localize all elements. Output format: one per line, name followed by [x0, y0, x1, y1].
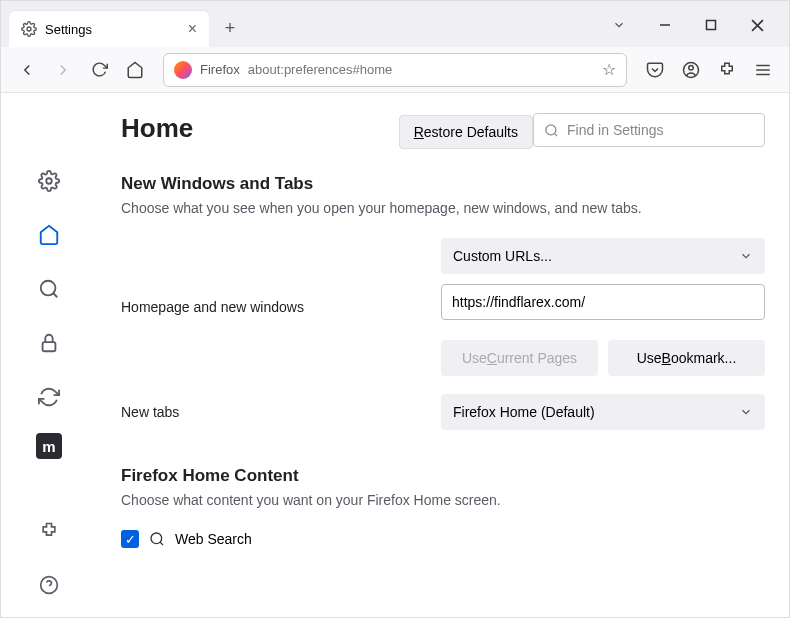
settings-sidebar: m — [1, 93, 97, 617]
sidebar-privacy[interactable] — [31, 325, 67, 361]
search-placeholder: Find in Settings — [567, 122, 664, 138]
section-new-windows-desc: Choose what you see when you open your h… — [121, 200, 765, 216]
svg-point-0 — [27, 27, 31, 31]
extensions-button[interactable] — [711, 54, 743, 86]
menu-button[interactable] — [747, 54, 779, 86]
navigation-toolbar: Firefox about:preferences#home ☆ — [1, 47, 789, 93]
homepage-url-input[interactable] — [441, 284, 765, 320]
svg-line-19 — [160, 542, 163, 545]
new-tab-button[interactable]: + — [215, 13, 245, 43]
tabs-dropdown-icon[interactable] — [605, 11, 633, 39]
settings-search[interactable]: Find in Settings — [533, 113, 765, 147]
settings-main: Find in Settings Restore Defaults Home N… — [97, 93, 789, 617]
url-bar[interactable]: Firefox about:preferences#home ☆ — [163, 53, 627, 87]
tab-bar: Settings × + — [1, 1, 789, 47]
browser-tab[interactable]: Settings × — [9, 11, 209, 47]
maximize-button[interactable] — [697, 11, 725, 39]
minimize-button[interactable] — [651, 11, 679, 39]
back-button[interactable] — [11, 54, 43, 86]
close-window-button[interactable] — [743, 11, 771, 39]
pocket-button[interactable] — [639, 54, 671, 86]
svg-point-11 — [41, 281, 56, 296]
section-home-content-desc: Choose what content you want on your Fir… — [121, 492, 765, 508]
homepage-select[interactable]: Custom URLs... — [441, 238, 765, 274]
sidebar-general[interactable] — [31, 163, 67, 199]
svg-point-6 — [689, 65, 694, 70]
sidebar-sync[interactable] — [31, 379, 67, 415]
sidebar-help[interactable] — [31, 567, 67, 603]
web-search-label: Web Search — [175, 531, 252, 547]
chevron-down-icon — [739, 249, 753, 263]
svg-rect-13 — [43, 342, 56, 351]
firefox-logo-icon — [174, 61, 192, 79]
svg-point-10 — [46, 178, 52, 184]
tab-title: Settings — [45, 22, 92, 37]
use-bookmark-button[interactable]: Use Bookmark... — [608, 340, 765, 376]
account-button[interactable] — [675, 54, 707, 86]
svg-point-18 — [151, 533, 162, 544]
chevron-down-icon — [739, 405, 753, 419]
url-scheme-label: Firefox — [200, 62, 240, 77]
newtabs-label: New tabs — [121, 404, 441, 420]
svg-rect-2 — [707, 21, 716, 30]
use-current-pages-button[interactable]: Use Current Pages — [441, 340, 598, 376]
restore-defaults-button[interactable]: Restore Defaults — [399, 115, 533, 149]
web-search-checkbox[interactable]: ✓ — [121, 530, 139, 548]
svg-point-16 — [546, 124, 556, 134]
search-icon — [544, 123, 559, 138]
section-home-content-title: Firefox Home Content — [121, 466, 765, 486]
sidebar-home[interactable] — [31, 217, 67, 253]
search-icon — [149, 531, 165, 547]
sidebar-search[interactable] — [31, 271, 67, 307]
gear-icon — [21, 21, 37, 37]
sidebar-extensions[interactable] — [31, 513, 67, 549]
sidebar-more[interactable]: m — [36, 433, 62, 459]
close-tab-icon[interactable]: × — [188, 20, 197, 38]
homepage-label: Homepage and new windows — [121, 299, 441, 315]
url-address: about:preferences#home — [248, 62, 393, 77]
svg-line-12 — [53, 293, 57, 297]
bookmark-star-icon[interactable]: ☆ — [602, 60, 616, 79]
forward-button[interactable] — [47, 54, 79, 86]
section-new-windows-title: New Windows and Tabs — [121, 174, 765, 194]
newtabs-select[interactable]: Firefox Home (Default) — [441, 394, 765, 430]
svg-line-17 — [554, 133, 557, 136]
reload-button[interactable] — [83, 54, 115, 86]
home-button[interactable] — [119, 54, 151, 86]
